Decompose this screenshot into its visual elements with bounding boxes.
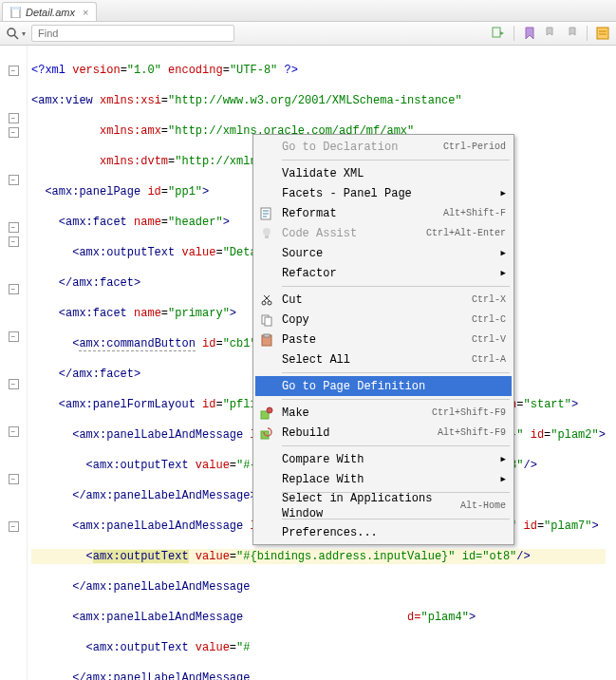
- menu-validate-xml[interactable]: Validate XML: [255, 163, 512, 183]
- menu-separator: [282, 372, 510, 373]
- menu-cut[interactable]: CutCtrl-X: [255, 290, 512, 310]
- tab-title: Detail.amx: [26, 7, 75, 18]
- find-toolbar: ▾: [0, 22, 616, 46]
- svg-rect-4: [493, 28, 500, 37]
- bookmark-prev-icon[interactable]: [543, 26, 558, 41]
- go-icon[interactable]: [491, 26, 506, 41]
- fold-toggle[interactable]: −: [9, 222, 19, 233]
- fold-toggle[interactable]: −: [9, 175, 19, 185]
- menu-go-page-definition[interactable]: Go to Page Definition: [255, 376, 512, 396]
- menu-code-assist: Code AssistCtrl+Alt-Enter: [255, 223, 512, 243]
- menu-select-in-app-window[interactable]: Select in Applications WindowAlt-Home: [255, 496, 512, 516]
- dropdown-icon[interactable]: ▾: [22, 29, 26, 38]
- svg-point-12: [263, 228, 271, 236]
- highlighted-line: <amx:outputText value="#{bindings.addres…: [31, 549, 606, 564]
- menu-facets[interactable]: Facets - Panel Page▶: [255, 183, 512, 203]
- file-tab[interactable]: Detail.amx ×: [2, 2, 97, 21]
- separator: [587, 26, 588, 41]
- find-input[interactable]: [31, 25, 234, 42]
- menu-separator: [282, 399, 510, 400]
- menu-separator: [282, 445, 510, 446]
- svg-rect-5: [597, 28, 608, 39]
- fold-toggle[interactable]: −: [9, 113, 19, 123]
- properties-icon[interactable]: [595, 26, 610, 41]
- svg-rect-1: [11, 7, 20, 9]
- close-icon[interactable]: ×: [83, 7, 88, 18]
- svg-point-2: [8, 28, 15, 36]
- fold-toggle[interactable]: −: [9, 474, 19, 484]
- code-editor[interactable]: − − − − − − − − − − − − <?xml version="1…: [0, 46, 616, 680]
- fold-toggle[interactable]: −: [9, 66, 19, 76]
- make-icon: [259, 406, 274, 421]
- fold-toggle[interactable]: −: [9, 521, 19, 532]
- svg-line-3: [14, 35, 18, 39]
- copy-icon: [259, 312, 274, 328]
- tab-bar: Detail.amx ×: [0, 0, 616, 22]
- fold-toggle[interactable]: −: [9, 284, 19, 294]
- bookmark-next-icon[interactable]: [564, 26, 579, 41]
- menu-make[interactable]: MakeCtrl+Shift-F9: [255, 403, 512, 423]
- svg-point-14: [262, 301, 266, 305]
- menu-go-declaration: Go to DeclarationCtrl-Period: [255, 137, 512, 157]
- fold-toggle[interactable]: −: [9, 236, 19, 247]
- fold-toggle[interactable]: −: [9, 127, 19, 138]
- menu-copy[interactable]: CopyCtrl-C: [255, 310, 512, 330]
- menu-separator: [282, 286, 510, 287]
- context-menu: Go to DeclarationCtrl-Period Validate XM…: [252, 134, 514, 545]
- fold-gutter: − − − − − − − − − − − −: [0, 46, 28, 680]
- fold-toggle[interactable]: −: [9, 426, 19, 437]
- menu-replace-with[interactable]: Replace With▶: [255, 469, 512, 489]
- fold-toggle[interactable]: −: [9, 331, 19, 342]
- menu-reformat[interactable]: ReformatAlt+Shift-F: [255, 203, 512, 223]
- rebuild-icon: [259, 425, 274, 441]
- fold-toggle[interactable]: −: [9, 379, 19, 389]
- separator: [513, 26, 514, 41]
- menu-paste[interactable]: PasteCtrl-V: [255, 330, 512, 349]
- menu-preferences[interactable]: Preferences...: [255, 522, 512, 542]
- menu-refactor[interactable]: Refactor▶: [255, 263, 512, 283]
- paste-icon: [259, 332, 274, 348]
- svg-rect-13: [265, 236, 269, 238]
- svg-point-23: [267, 407, 272, 413]
- svg-rect-19: [265, 317, 271, 326]
- reformat-icon: [259, 206, 274, 221]
- menu-separator: [282, 160, 510, 161]
- document-icon: [10, 7, 22, 18]
- menu-source[interactable]: Source▶: [255, 243, 512, 263]
- lightbulb-icon: [259, 226, 274, 241]
- cut-icon: [259, 293, 274, 308]
- svg-rect-21: [264, 334, 270, 337]
- bookmark-icon[interactable]: [522, 26, 537, 41]
- menu-rebuild[interactable]: RebuildAlt+Shift-F9: [255, 423, 512, 443]
- search-icon[interactable]: [6, 27, 19, 40]
- menu-select-all[interactable]: Select AllCtrl-A: [255, 349, 512, 369]
- svg-point-15: [268, 301, 271, 305]
- menu-compare-with[interactable]: Compare With▶: [255, 449, 512, 469]
